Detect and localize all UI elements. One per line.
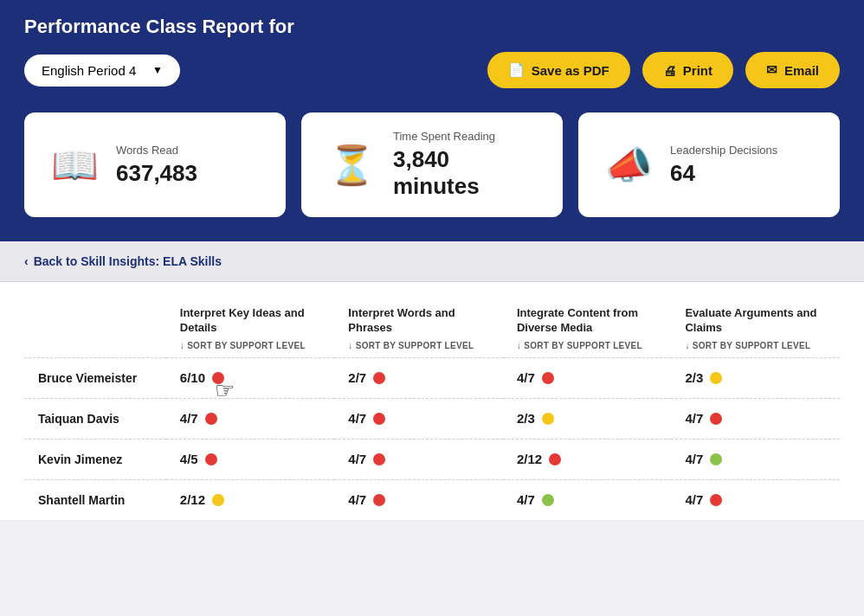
time-spent-icon: ⏳ [326, 143, 377, 188]
skill3-sort[interactable]: ↓ SORT BY SUPPORT LEVEL [517, 341, 658, 350]
score-cell-skill4[interactable]: 4/7 [671, 479, 840, 520]
support-dot [212, 372, 224, 384]
email-icon: ✉ [766, 62, 777, 78]
score-cell-skill2[interactable]: 4/7 [334, 398, 503, 439]
skills-table: Interpret Key Ideas and Details ↓ SORT B… [24, 306, 840, 520]
words-read-label: Words Read [116, 144, 197, 157]
stats-bar: 📖 Words Read 637,483 ⏳ Time Spent Readin… [0, 112, 864, 241]
score-group: 2/12 [517, 452, 658, 466]
score-cell-skill2[interactable]: 4/7 [334, 479, 503, 520]
skill1-title: Interpret Key Ideas and Details [180, 306, 321, 336]
skill1-sort-text: SORT BY SUPPORT LEVEL [187, 341, 306, 350]
score-group: 4/7 [517, 492, 658, 507]
score-text: 4/7 [517, 370, 535, 385]
action-buttons: 📄 Save as PDF 🖨 Print ✉ Email [487, 52, 840, 88]
score-group: 4/7 [180, 411, 321, 426]
sort-arrow-icon: ↓ [348, 341, 352, 350]
score-cell-skill4[interactable]: 2/3 [671, 357, 840, 398]
skill2-title: Interpret Words and Phrases [348, 306, 489, 336]
score-group: 4/7 [685, 452, 826, 466]
score-cell-skill4[interactable]: 4/7 [671, 439, 840, 479]
support-dot [710, 453, 722, 465]
student-name-cell: Kevin Jimenez [24, 439, 166, 479]
back-bar: ‹ Back to Skill Insights: ELA Skills [0, 241, 864, 282]
table-row: Taiquan Davis 4/7 4/7 2/3 4/7 [24, 398, 840, 439]
score-text: 2/3 [685, 370, 703, 385]
skill2-sort[interactable]: ↓ SORT BY SUPPORT LEVEL [348, 341, 489, 350]
sort-arrow-icon: ↓ [180, 341, 184, 350]
score-cell-skill3[interactable]: 4/7 [503, 357, 672, 398]
support-dot [542, 413, 554, 425]
score-cell-skill2[interactable]: 2/7 [334, 357, 503, 398]
score-cell-skill1[interactable]: 6/10 ☞ [166, 357, 335, 398]
score-text: 4/7 [180, 411, 198, 426]
score-text: 2/12 [180, 492, 205, 507]
score-group: 4/7 [517, 370, 658, 385]
support-dot [542, 372, 554, 384]
score-cell-skill3[interactable]: 4/7 [503, 479, 672, 520]
save-pdf-button[interactable]: 📄 Save as PDF [487, 52, 630, 88]
score-text: 4/7 [685, 452, 703, 466]
table-row: Shantell Martin 2/12 4/7 4/7 4/7 [24, 479, 840, 520]
leadership-icon: 📣 [603, 143, 654, 188]
support-dot [710, 372, 722, 384]
stat-card-time-spent: ⏳ Time Spent Reading 3,840 minutes [301, 112, 563, 217]
score-text: 4/7 [517, 492, 535, 507]
time-spent-label: Time Spent Reading [393, 130, 538, 143]
print-button[interactable]: 🖨 Print [642, 52, 733, 88]
score-group: 4/5 [180, 452, 321, 466]
col-skill2-header: Interpret Words and Phrases ↓ SORT BY SU… [334, 306, 503, 357]
skill4-sort[interactable]: ↓ SORT BY SUPPORT LEVEL [685, 341, 826, 350]
score-group: 4/7 [348, 452, 489, 466]
back-link[interactable]: ‹ Back to Skill Insights: ELA Skills [24, 254, 222, 268]
score-group: 4/7 [685, 411, 826, 426]
table-row: Bruce Viemeister 6/10 ☞ 2/7 4/7 2/3 [24, 357, 840, 398]
words-read-icon: 📖 [48, 143, 100, 188]
class-dropdown[interactable]: English Period 4 ▼ [24, 55, 180, 87]
col-skill3-header: Integrate Content from Diverse Media ↓ S… [503, 306, 672, 357]
print-icon: 🖨 [663, 63, 676, 78]
score-cell-skill1[interactable]: 2/12 [166, 479, 335, 520]
score-cell-skill3[interactable]: 2/3 [503, 398, 672, 439]
student-name: Kevin Jimenez [38, 452, 122, 466]
support-dot [549, 453, 561, 465]
score-text: 4/7 [685, 492, 703, 507]
score-cell-skill1[interactable]: 4/5 [166, 439, 335, 479]
score-group: 2/3 [517, 411, 658, 426]
col-name-header [24, 306, 166, 357]
words-read-value: 637,483 [116, 160, 197, 187]
table-area: Interpret Key Ideas and Details ↓ SORT B… [0, 282, 864, 520]
score-text: 6/10 [180, 370, 205, 385]
back-link-text: Back to Skill Insights: ELA Skills [34, 254, 222, 268]
table-header-row: Interpret Key Ideas and Details ↓ SORT B… [24, 306, 840, 357]
skill3-sort-text: SORT BY SUPPORT LEVEL [524, 341, 642, 350]
score-cell-skill2[interactable]: 4/7 [334, 439, 503, 479]
student-name: Shantell Martin [38, 493, 125, 507]
support-dot [710, 413, 722, 425]
support-dot [205, 413, 217, 425]
support-dot [212, 494, 224, 506]
email-button[interactable]: ✉ Email [745, 52, 840, 88]
student-name-cell: Shantell Martin [24, 479, 166, 520]
score-cell-skill4[interactable]: 4/7 [671, 398, 840, 439]
student-name-cell: Taiquan Davis [24, 398, 166, 439]
support-dot [373, 413, 385, 425]
support-dot [710, 494, 722, 506]
sort-arrow-icon: ↓ [685, 341, 689, 350]
page-title: Performance Class Report for [24, 16, 840, 38]
table-row: Kevin Jimenez 4/5 4/7 2/12 4/7 [24, 439, 840, 479]
support-dot [373, 372, 385, 384]
skill2-sort-text: SORT BY SUPPORT LEVEL [356, 341, 474, 350]
score-group: 4/7 [348, 411, 489, 426]
score-group: 4/7 [685, 492, 826, 507]
score-text: 4/7 [348, 452, 366, 466]
support-dot [373, 453, 385, 465]
skill1-sort[interactable]: ↓ SORT BY SUPPORT LEVEL [180, 341, 321, 350]
leadership-label: Leadership Decisions [670, 144, 777, 157]
score-cell-skill1[interactable]: 4/7 [166, 398, 335, 439]
skill3-title: Integrate Content from Diverse Media [517, 306, 658, 336]
save-pdf-label: Save as PDF [532, 63, 609, 78]
score-text: 4/5 [180, 452, 198, 466]
sort-arrow-icon: ↓ [517, 341, 521, 350]
score-cell-skill3[interactable]: 2/12 [503, 439, 672, 479]
